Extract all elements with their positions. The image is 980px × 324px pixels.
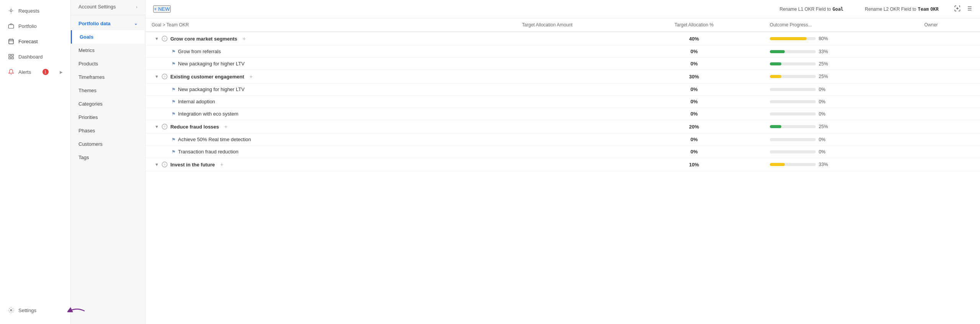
progress-bar-fill bbox=[770, 62, 781, 65]
goal-name: Grow core market segments bbox=[170, 36, 237, 42]
expand-button[interactable]: ▼ bbox=[155, 36, 159, 41]
sub-nav-phases[interactable]: Phases bbox=[71, 124, 145, 137]
purple-arrow-indicator bbox=[67, 305, 87, 318]
col-goal: Goal > Team OKR bbox=[145, 18, 470, 32]
goal-cell: ⚑ New packaging for higher LTV bbox=[145, 58, 470, 70]
goal-cell: ⚑ Internal adoption bbox=[145, 96, 470, 108]
target-amount-cell bbox=[470, 32, 625, 46]
alerts-expand-icon: ▶ bbox=[60, 70, 63, 74]
goal-cell: ▼ Grow core market segments + bbox=[145, 32, 470, 46]
settings-area: Settings bbox=[0, 303, 70, 317]
new-button[interactable]: + NEW bbox=[153, 5, 171, 13]
sub-nav-products[interactable]: Products bbox=[71, 57, 145, 70]
target-amount-cell bbox=[470, 108, 625, 120]
sub-nav-priorities[interactable]: Priorities bbox=[71, 111, 145, 124]
sidebar-item-dashboard[interactable]: Dashboard bbox=[2, 49, 69, 64]
add-sub-goal-button[interactable]: + bbox=[243, 36, 246, 42]
account-settings-chevron: › bbox=[136, 5, 137, 9]
sub-goal-flag-icon: ⚑ bbox=[172, 49, 176, 54]
target-amount-cell bbox=[470, 146, 625, 158]
rename-l2-label: Rename L2 OKR Field to Team OKR bbox=[865, 7, 939, 12]
table-row: ⚑ New packaging for higher LTV 0% 25% bbox=[145, 58, 980, 70]
sidebar-item-forecast[interactable]: Forecast bbox=[2, 34, 69, 49]
alloc-pct-value: 10% bbox=[689, 162, 699, 168]
progress-bar-wrap: 80% bbox=[770, 36, 912, 41]
sub-nav-account-settings[interactable]: Account Settings › bbox=[71, 0, 145, 13]
owner-cell bbox=[918, 146, 980, 158]
progress-bar-wrap: 0% bbox=[770, 111, 912, 117]
progress-bar-background bbox=[770, 75, 816, 78]
progress-cell: 0% bbox=[764, 96, 918, 108]
goal-circle-icon bbox=[161, 123, 168, 130]
sub-nav-divider bbox=[71, 15, 145, 15]
columns-icon[interactable] bbox=[965, 5, 972, 13]
target-amount-cell bbox=[470, 46, 625, 58]
progress-bar-wrap: 0% bbox=[770, 137, 912, 142]
progress-pct-label: 0% bbox=[819, 149, 830, 155]
sub-goal-flag-icon: ⚑ bbox=[172, 149, 176, 155]
svg-rect-5 bbox=[9, 57, 11, 59]
alerts-icon bbox=[8, 68, 15, 75]
merge-icon[interactable] bbox=[954, 5, 961, 13]
add-sub-goal-button[interactable]: + bbox=[220, 161, 223, 168]
progress-pct-label: 0% bbox=[819, 111, 830, 117]
sub-goal-name: Transaction fraud reduction bbox=[178, 149, 238, 155]
sub-nav-tags[interactable]: Tags bbox=[71, 151, 145, 164]
progress-bar-wrap: 0% bbox=[770, 87, 912, 92]
alloc-pct-value: 0% bbox=[691, 149, 698, 155]
sub-nav-themes[interactable]: Themes bbox=[71, 84, 145, 97]
goal-name: Invest in the future bbox=[170, 162, 215, 168]
progress-bar-wrap: 25% bbox=[770, 124, 912, 129]
target-pct-cell: 0% bbox=[624, 83, 763, 96]
rename-l1-label: Rename L1 OKR Field to Goal bbox=[779, 7, 843, 12]
topbar-icons bbox=[954, 5, 972, 13]
sidebar-item-settings[interactable]: Settings bbox=[2, 303, 69, 317]
sub-nav-metrics[interactable]: Metrics bbox=[71, 44, 145, 57]
target-pct-cell: 0% bbox=[624, 96, 763, 108]
add-sub-goal-button[interactable]: + bbox=[250, 73, 253, 80]
sub-nav-customers[interactable]: Customers bbox=[71, 137, 145, 151]
goals-table: Goal > Team OKR Target Allocation Amount… bbox=[145, 18, 980, 171]
progress-cell: 33% bbox=[764, 158, 918, 171]
sidebar-item-portfolio[interactable]: Portfolio bbox=[2, 19, 69, 33]
goal-cell: ⚑ Achieve 50% Real time detection bbox=[145, 134, 470, 146]
progress-bar-background bbox=[770, 150, 816, 153]
owner-cell bbox=[918, 96, 980, 108]
progress-bar-wrap: 33% bbox=[770, 49, 912, 54]
sub-nav-timeframes[interactable]: Timeframes bbox=[71, 70, 145, 84]
sub-nav-goals[interactable]: Goals bbox=[71, 30, 145, 44]
sidebar-item-requests[interactable]: Requests bbox=[2, 3, 69, 18]
progress-pct-label: 0% bbox=[819, 137, 830, 142]
progress-bar-background bbox=[770, 62, 816, 65]
sub-nav-categories[interactable]: Categories bbox=[71, 97, 145, 111]
progress-bar-fill bbox=[770, 50, 785, 53]
expand-button[interactable]: ▼ bbox=[155, 162, 159, 167]
svg-point-7 bbox=[10, 309, 12, 311]
owner-cell bbox=[918, 158, 980, 171]
goals-table-container: Goal > Team OKR Target Allocation Amount… bbox=[145, 18, 980, 324]
sub-nav-portfolio-data[interactable]: Portfolio data ⌄ bbox=[71, 17, 145, 30]
table-row: ⚑ Transaction fraud reduction 0% 0% bbox=[145, 146, 980, 158]
sidebar-item-alerts[interactable]: Alerts 1 ▶ bbox=[2, 65, 69, 79]
progress-pct-label: 25% bbox=[819, 61, 830, 67]
table-row: ⚑ New packaging for higher LTV 0% 0% bbox=[145, 83, 980, 96]
add-sub-goal-button[interactable]: + bbox=[224, 124, 227, 130]
goal-cell: ▼ Existing customer engagement + bbox=[145, 70, 470, 83]
alloc-pct-value: 0% bbox=[691, 86, 698, 92]
progress-pct-label: 0% bbox=[819, 87, 830, 92]
sub-goal-name: Integration with eco system bbox=[178, 111, 238, 117]
progress-pct-label: 33% bbox=[819, 49, 830, 54]
progress-cell: 0% bbox=[764, 134, 918, 146]
owner-cell bbox=[918, 70, 980, 83]
sub-goal-name: New packaging for higher LTV bbox=[178, 61, 245, 67]
progress-cell: 80% bbox=[764, 32, 918, 46]
col-owner: Owner bbox=[918, 18, 980, 32]
sub-goal-flag-icon: ⚑ bbox=[172, 99, 176, 104]
expand-button[interactable]: ▼ bbox=[155, 124, 159, 129]
target-amount-cell bbox=[470, 134, 625, 146]
progress-cell: 0% bbox=[764, 146, 918, 158]
table-header-row: Goal > Team OKR Target Allocation Amount… bbox=[145, 18, 980, 32]
expand-button[interactable]: ▼ bbox=[155, 74, 159, 79]
progress-bar-background bbox=[770, 138, 816, 141]
goal-cell: ▼ Invest in the future + bbox=[145, 158, 470, 171]
